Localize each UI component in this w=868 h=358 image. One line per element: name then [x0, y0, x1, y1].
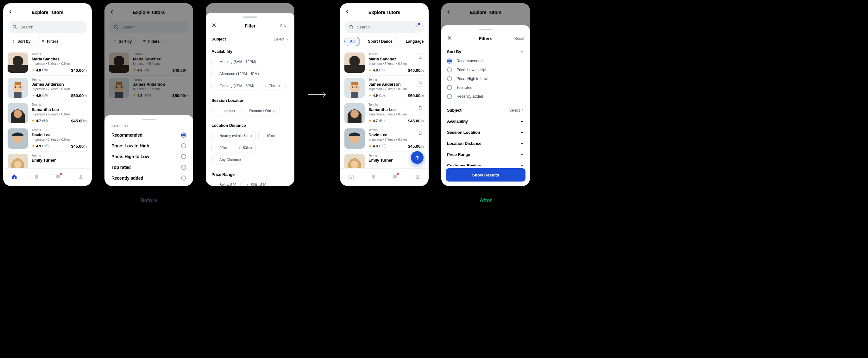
tutor-rating: 4.9 [36, 144, 41, 148]
filter-option-chip[interactable]: +Nearby (within 5km) [212, 131, 256, 140]
sort-option[interactable]: Recommended [104, 130, 193, 140]
close-button[interactable] [212, 23, 217, 29]
star-icon: ★ [369, 144, 372, 148]
tutor-rating-count: (129) [42, 144, 50, 148]
filter-option-chip[interactable]: +Evening (4PM - 8PM) [212, 81, 258, 91]
tutor-card[interactable]: Tennis James Anderson In-person • 7 Year… [3, 75, 92, 101]
category-pill[interactable]: Language [400, 37, 429, 46]
tutor-card[interactable]: Tennis David Lee In-person • 7 Years • 0… [340, 126, 429, 151]
save-button[interactable]: Save [280, 24, 289, 28]
sort-option[interactable]: Top rated [447, 83, 524, 92]
search-input[interactable] [20, 25, 83, 29]
back-button[interactable] [344, 9, 350, 16]
filters-button[interactable]: Filters [37, 37, 62, 46]
reset-button[interactable]: Reset [515, 36, 524, 41]
tutor-rating: 4.8 [373, 68, 378, 72]
tab-profile[interactable] [414, 174, 421, 181]
tutor-price: $45.00/hr [71, 119, 87, 123]
subject-row[interactable]: SubjectSelect [212, 37, 289, 41]
filter-option-chip[interactable]: +Flexible [261, 81, 285, 91]
sort-option[interactable]: Recommended [447, 57, 524, 65]
filter-accordion[interactable]: Availability [447, 119, 524, 124]
filter-option-chip[interactable]: +Any Distance [212, 155, 245, 164]
sort-option[interactable]: Recently added [104, 173, 193, 184]
tutor-price: $40.00/hr [71, 68, 87, 73]
sort-by-button[interactable]: Sort by [8, 37, 34, 46]
search-field[interactable] [8, 21, 87, 33]
sort-option[interactable]: Top rated [104, 162, 193, 173]
drag-handle[interactable] [478, 29, 493, 30]
chevron-down-icon [520, 130, 524, 135]
tutor-card[interactable]: Tennis James Anderson In-person • 7 Year… [340, 75, 429, 101]
tutor-name: Maria Sanchez [369, 57, 424, 61]
chevron-down-icon [520, 119, 524, 124]
page-title: Explore Tutors [32, 9, 64, 15]
category-pill[interactable]: All [344, 37, 360, 46]
tab-saved[interactable] [34, 174, 39, 181]
filter-accordion[interactable]: Price Range [447, 152, 524, 157]
show-results-button[interactable]: Show Results [446, 168, 526, 182]
filter-indicator-button[interactable] [413, 23, 420, 30]
tutor-subject: Tennis [32, 53, 87, 56]
tutor-card[interactable]: Tennis Samantha Lee In-person • 6 Years … [340, 101, 429, 126]
filter-accordion[interactable]: Session Location [447, 130, 524, 135]
tutor-card[interactable]: Tennis Maria Sanchez In-person • 5 Years… [340, 50, 429, 75]
tutor-name: Samantha Lee [369, 107, 424, 112]
caption-after: After [479, 197, 492, 204]
sort-option[interactable]: Price: High to Low [447, 74, 524, 83]
tab-saved[interactable] [370, 174, 376, 181]
tab-profile[interactable] [78, 174, 84, 181]
svg-point-29 [350, 25, 353, 28]
tab-messages[interactable] [392, 174, 398, 181]
tab-home[interactable] [348, 174, 354, 181]
drag-handle[interactable] [243, 17, 257, 18]
star-icon: ★ [32, 119, 35, 123]
filter-option-chip[interactable]: +10km [258, 131, 279, 140]
sort-option[interactable]: Price: Low to High [104, 140, 193, 151]
tutor-price: $45.00/hr [408, 119, 424, 123]
sort-option[interactable]: Recently added [447, 92, 524, 101]
tutor-avatar [344, 154, 365, 168]
sort-option[interactable]: Price: High to Low [104, 151, 193, 162]
tutor-meta: In-person • 7 Years • 0.8km [369, 87, 424, 91]
scroll-top-fab[interactable] [411, 151, 424, 164]
filter-accordion[interactable]: SubjectSelect [447, 108, 524, 112]
tutor-card[interactable]: Tennis Samantha Lee In-person • 6 Years … [3, 101, 92, 126]
filter-accordion[interactable]: Customer Review [447, 163, 524, 166]
tutor-card[interactable]: Tennis Emily Turner [3, 151, 92, 168]
sort-option[interactable]: Price: Low to High [447, 65, 524, 74]
filter-option-chip[interactable]: +In-person [212, 106, 239, 116]
sortby-accordion[interactable]: Sort By [447, 49, 524, 54]
svg-point-15 [13, 25, 16, 28]
tutor-name: James Anderson [32, 82, 87, 87]
filter-option-chip[interactable]: +$20 - $40 [243, 180, 271, 186]
filter-option-chip[interactable]: +Remote / Online [242, 106, 280, 116]
category-pill[interactable]: Sport / Dance [363, 37, 398, 46]
screen-after-list: Explore Tutors AllSport / DanceLanguageA… [340, 3, 429, 186]
tutor-card[interactable]: Tennis David Lee In-person • 7 Years • 0… [3, 126, 92, 151]
tutor-card[interactable]: Tennis Maria Sanchez In-person • 5 Years… [3, 50, 92, 75]
filter-option-chip[interactable]: +20km [212, 143, 232, 153]
tab-home[interactable] [11, 174, 18, 181]
tutor-rating: 4.9 [36, 94, 41, 97]
tutor-meta: In-person • 5 Years • 0.8km [369, 62, 424, 65]
filter-option-chip[interactable]: +Morning (8AM - 12PM) [212, 57, 260, 66]
tutor-avatar [8, 53, 28, 73]
tab-bar [340, 168, 429, 186]
tutor-rating-count: (64) [379, 119, 384, 122]
screen-before-sort-sheet: Explore Tutors Sort by Filters Tennis Ma… [104, 3, 193, 186]
tab-messages[interactable] [55, 174, 61, 181]
filter-icon [41, 39, 45, 43]
filter-option-chip[interactable]: +Afternoon (12PM - 4PM) [212, 69, 263, 78]
arrow-icon [307, 3, 327, 186]
chevron-down-icon [520, 50, 524, 54]
search-field[interactable] [344, 21, 424, 33]
close-button[interactable] [447, 35, 452, 42]
filter-option-chip[interactable]: +Below $20 [212, 180, 241, 186]
search-input[interactable] [357, 25, 410, 29]
filter-accordion[interactable]: Location Distance [447, 141, 524, 146]
drag-handle[interactable] [142, 119, 156, 120]
filter-badge-dot [418, 23, 420, 25]
filter-option-chip[interactable]: +50km [235, 143, 256, 153]
back-button[interactable] [8, 9, 13, 16]
